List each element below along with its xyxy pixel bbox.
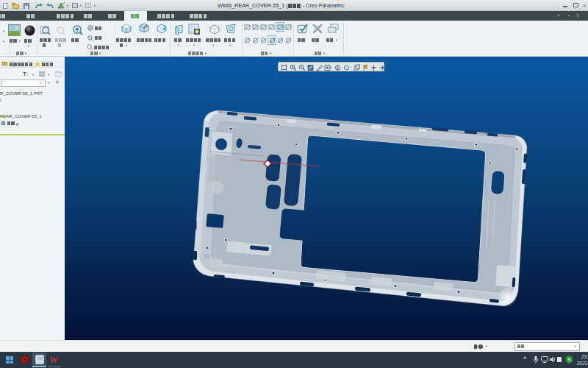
svg-text:S: S <box>567 356 572 363</box>
